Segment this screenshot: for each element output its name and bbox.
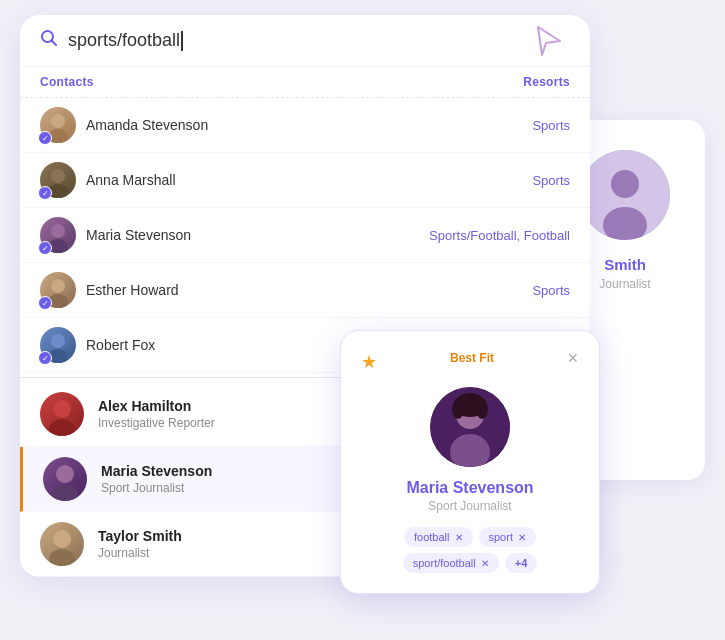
bg-card-role: Journalist: [599, 277, 650, 291]
tag-remove-icon[interactable]: ✕: [518, 532, 526, 543]
search-value[interactable]: sports/football: [68, 30, 183, 51]
check-badge: ✓: [38, 296, 52, 310]
tag-label: sport/football: [413, 557, 476, 569]
contact-name: Robert Fox: [86, 337, 155, 353]
best-fit-avatar: [430, 387, 510, 467]
best-fit-label: Best Fit: [450, 351, 494, 365]
bg-card-name: Smith: [604, 256, 646, 273]
tag-remove-icon[interactable]: ✕: [455, 532, 463, 543]
svg-marker-5: [538, 27, 560, 55]
journalist-avatar: [43, 457, 87, 501]
contact-row[interactable]: ✓ Amanda Stevenson Sports: [20, 98, 590, 153]
table-header: Contacts Resorts: [20, 67, 590, 98]
contact-name: Esther Howard: [86, 282, 179, 298]
svg-point-1: [611, 170, 639, 198]
best-fit-role: Sport Journalist: [361, 499, 579, 513]
best-fit-avatar-wrap: [361, 387, 579, 467]
best-fit-name: Maria Stevenson: [361, 479, 579, 497]
svg-point-12: [51, 279, 65, 293]
avatar-wrap: ✓: [40, 327, 76, 363]
svg-point-16: [53, 400, 71, 418]
svg-point-14: [51, 334, 65, 348]
avatar-wrap: ✓: [40, 107, 76, 143]
journalist-avatar: [40, 392, 84, 436]
svg-line-4: [52, 41, 57, 46]
svg-point-26: [452, 399, 464, 419]
scene: Smith Journalist sports/football: [0, 0, 725, 640]
journalist-title: Journalist: [98, 546, 182, 560]
contact-resort: Sports: [532, 283, 570, 298]
svg-point-21: [49, 549, 75, 566]
best-fit-header: ★ Best Fit ✕: [361, 351, 579, 373]
journalist-avatar: [40, 522, 84, 566]
contact-row[interactable]: ✓ Esther Howard Sports: [20, 263, 590, 318]
check-badge: ✓: [38, 241, 52, 255]
best-fit-card: ★ Best Fit ✕ Maria Stevenson Sport Journ…: [340, 330, 600, 594]
svg-point-10: [51, 224, 65, 238]
journalist-name: Maria Stevenson: [101, 463, 212, 479]
contact-name: Amanda Stevenson: [86, 117, 208, 133]
check-badge: ✓: [38, 131, 52, 145]
contact-row[interactable]: ✓ Maria Stevenson Sports/Football, Footb…: [20, 208, 590, 263]
journalist-title: Investigative Reporter: [98, 416, 215, 430]
avatar-wrap: ✓: [40, 162, 76, 198]
contact-resort: Sports/Football, Football: [429, 228, 570, 243]
svg-point-17: [49, 419, 75, 436]
tag-label: sport: [489, 531, 513, 543]
tag-football[interactable]: football ✕: [404, 527, 472, 547]
tag-remove-icon[interactable]: ✕: [481, 558, 489, 569]
tag-sport-football[interactable]: sport/football ✕: [403, 553, 499, 573]
contact-row[interactable]: ✓ Anna Marshall Sports: [20, 153, 590, 208]
search-icon: [40, 29, 58, 52]
text-cursor: [181, 31, 183, 51]
tag-sport[interactable]: sport ✕: [479, 527, 536, 547]
contacts-header: Contacts: [40, 75, 94, 89]
svg-point-27: [476, 399, 488, 419]
resorts-header: Resorts: [523, 75, 570, 89]
contact-name: Maria Stevenson: [86, 227, 191, 243]
avatar-wrap: ✓: [40, 272, 76, 308]
svg-point-19: [52, 484, 78, 501]
check-badge: ✓: [38, 351, 52, 365]
tag-more[interactable]: +4: [505, 553, 538, 573]
svg-point-20: [53, 530, 71, 548]
close-button[interactable]: ✕: [567, 351, 579, 365]
svg-point-6: [51, 114, 65, 128]
bg-avatar: [580, 150, 670, 240]
tag-label: football: [414, 531, 449, 543]
journalist-title: Sport Journalist: [101, 481, 212, 495]
contact-resort: Sports: [532, 173, 570, 188]
check-badge: ✓: [38, 186, 52, 200]
contact-resort: Sports: [532, 118, 570, 133]
svg-point-8: [51, 169, 65, 183]
avatar-wrap: ✓: [40, 217, 76, 253]
journalist-name: Taylor Smith: [98, 528, 182, 544]
tags-row: football ✕ sport ✕ sport/football ✕ +4: [361, 527, 579, 573]
star-icon[interactable]: ★: [361, 351, 377, 373]
search-bar: sports/football: [20, 15, 590, 67]
contact-name: Anna Marshall: [86, 172, 176, 188]
journalist-name: Alex Hamilton: [98, 398, 215, 414]
svg-point-18: [56, 465, 74, 483]
